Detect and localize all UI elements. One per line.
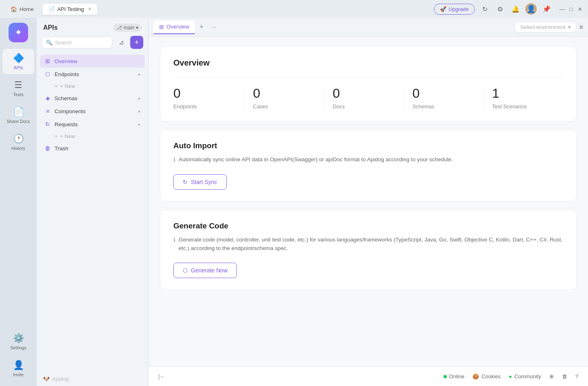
- nav-item-requests[interactable]: ↻ Requests ▸: [40, 118, 145, 131]
- upgrade-label: Upgrade: [448, 6, 469, 12]
- add-button[interactable]: +: [130, 36, 143, 49]
- history-label: History: [11, 146, 25, 151]
- nav-item-components-label: Components: [55, 108, 86, 114]
- tab-close-icon[interactable]: ✕: [88, 7, 92, 12]
- environment-selector[interactable]: Select environment ▾: [515, 22, 576, 33]
- generate-code-description-text: Generate code (model, controller, unit t…: [179, 235, 563, 253]
- refresh-button[interactable]: ↻: [479, 3, 490, 15]
- window-controls: — □ ✕: [559, 6, 583, 12]
- community-button[interactable]: ● Community: [509, 373, 541, 379]
- tab-home[interactable]: 🏠 Home: [5, 4, 39, 15]
- search-box[interactable]: 🔍 Search: [42, 37, 112, 48]
- pin-icon[interactable]: 📌: [541, 3, 552, 15]
- branch-label: main: [124, 25, 134, 31]
- endpoints-expand-icon: ▸: [138, 72, 141, 77]
- generate-code-desc: ℹ Generate code (model, controller, unit…: [173, 235, 563, 253]
- notifications-icon[interactable]: 🔔: [510, 3, 521, 15]
- more-tabs-button[interactable]: ···: [208, 22, 219, 33]
- sidebar-item-tests[interactable]: ☰ Tests: [2, 76, 34, 101]
- schemas-icon: ◈: [44, 95, 51, 101]
- nav-item-overview-label: Overview: [55, 58, 77, 64]
- generate-code-title: Generate Code: [173, 222, 563, 230]
- info-icon-1: ℹ: [173, 156, 175, 164]
- new-endpoint-label: + New: [60, 83, 75, 89]
- docs-value: 0: [333, 86, 396, 101]
- content-tab-overview[interactable]: ⊞ Overview: [153, 20, 195, 34]
- generate-now-button[interactable]: ⬡ Generate Now: [173, 263, 237, 278]
- footer-add-button[interactable]: ⊕: [549, 373, 554, 379]
- docs-label: Docs: [333, 103, 396, 110]
- generate-code-section: Generate Code ℹ Generate code (model, co…: [160, 210, 577, 290]
- components-expand-icon: ▸: [138, 109, 141, 114]
- community-label: Community: [514, 373, 541, 379]
- sidebar-item-apis[interactable]: 🔷 APIs: [2, 49, 34, 74]
- overview-section: Overview 0 Endpoints 0 Cases 0 Docs: [160, 46, 577, 121]
- nav-item-trash[interactable]: 🗑 Trash: [40, 142, 145, 155]
- cookies-icon: 🍪: [472, 373, 479, 379]
- stat-docs: 0 Docs: [325, 86, 404, 110]
- cookies-button[interactable]: 🍪 Cookies: [472, 373, 501, 379]
- collapse-button[interactable]: |←: [158, 373, 166, 380]
- nav-new-endpoint[interactable]: + + New: [40, 81, 145, 92]
- search-placeholder: Search: [55, 39, 72, 46]
- nav-footer: 🐶 Apidog: [37, 372, 148, 386]
- invite-icon: 👤: [13, 360, 24, 371]
- cases-value: 0: [253, 86, 316, 101]
- cookies-label: Cookies: [481, 373, 501, 379]
- overview-icon: ⊞: [44, 58, 51, 64]
- nav-header: APIs ⎇ main ▾: [37, 18, 148, 36]
- endpoints-icon: ⬡: [44, 71, 51, 77]
- branch-chevron-icon: ▾: [136, 25, 138, 31]
- share-docs-label: Share Docs: [7, 119, 30, 124]
- content-tabs: ⊞ Overview + ··· Select environment ▾ ≡: [149, 18, 588, 37]
- avatar[interactable]: 👤: [525, 3, 537, 15]
- apis-icon: 🔷: [13, 53, 24, 64]
- online-dot: [444, 375, 447, 378]
- minimize-button[interactable]: —: [559, 6, 565, 12]
- env-placeholder: Select environment: [520, 24, 565, 30]
- titlebar-actions: 🚀 Upgrade ↻ ⚙ 🔔 👤 📌 — □ ✕: [434, 3, 583, 15]
- maximize-button[interactable]: □: [568, 6, 574, 12]
- history-icon: 🕐: [13, 134, 24, 144]
- share-docs-icon: 📄: [13, 107, 24, 117]
- tab-api-testing-label: API Testing: [57, 6, 84, 12]
- nav-item-components[interactable]: ≡ Components ▸: [40, 105, 145, 118]
- nav-item-trash-label: Trash: [55, 145, 68, 151]
- content-menu-icon[interactable]: ≡: [579, 24, 583, 31]
- cases-label: Cases: [253, 103, 316, 110]
- schemas-expand-icon: ▸: [138, 96, 141, 101]
- stat-endpoints: 0 Endpoints: [173, 86, 245, 110]
- invite-label: Invite: [13, 372, 24, 377]
- tab-api-testing[interactable]: 📄 API Testing ✕: [43, 4, 98, 15]
- community-icon: ●: [509, 373, 512, 379]
- nav-item-overview[interactable]: ⊞ Overview: [40, 55, 145, 68]
- app-logo[interactable]: ✦: [9, 23, 28, 42]
- start-sync-button[interactable]: ↻ Start Sync: [173, 174, 227, 190]
- nav-item-schemas[interactable]: ◈ Schemas ▸: [40, 92, 145, 105]
- sidebar-item-share-docs[interactable]: 📄 Share Docs: [2, 103, 34, 128]
- trash-icon: 🗑: [44, 145, 51, 151]
- start-sync-label: Start Sync: [191, 179, 217, 185]
- info-icon-2: ℹ: [173, 236, 175, 245]
- sidebar-item-history[interactable]: 🕐 History: [2, 129, 34, 155]
- nav-new-request[interactable]: + + New: [40, 131, 145, 142]
- sidebar-item-settings[interactable]: ⚙️ Settings: [2, 329, 34, 354]
- upgrade-button[interactable]: 🚀 Upgrade: [434, 4, 475, 15]
- add-tab-button[interactable]: +: [196, 22, 207, 33]
- footer-help-button[interactable]: ?: [575, 373, 578, 379]
- close-button[interactable]: ✕: [577, 6, 583, 12]
- nav-item-endpoints[interactable]: ⬡ Endpoints ▸: [40, 68, 145, 81]
- apidog-logo-text: Apidog: [52, 376, 68, 382]
- logo-icon: ✦: [15, 27, 22, 38]
- footer-trash-button[interactable]: 🗑: [562, 373, 567, 379]
- filter-button[interactable]: ⊿: [115, 36, 128, 49]
- sidebar-item-invite[interactable]: 👤 Invite: [2, 356, 34, 381]
- upgrade-icon: 🚀: [440, 6, 446, 12]
- nav-panel: APIs ⎇ main ▾ 🔍 Search ⊿ + ⊞ Overview ⬡ …: [37, 18, 149, 386]
- online-status[interactable]: Online: [444, 373, 465, 379]
- content-footer: |← Online 🍪 Cookies ● Community ⊕ 🗑 ?: [149, 366, 588, 386]
- branch-selector[interactable]: ⎇ main ▾: [113, 24, 142, 32]
- generate-icon: ⬡: [183, 267, 188, 274]
- settings-icon: ⚙️: [13, 333, 24, 344]
- settings-icon-btn[interactable]: ⚙: [494, 3, 506, 15]
